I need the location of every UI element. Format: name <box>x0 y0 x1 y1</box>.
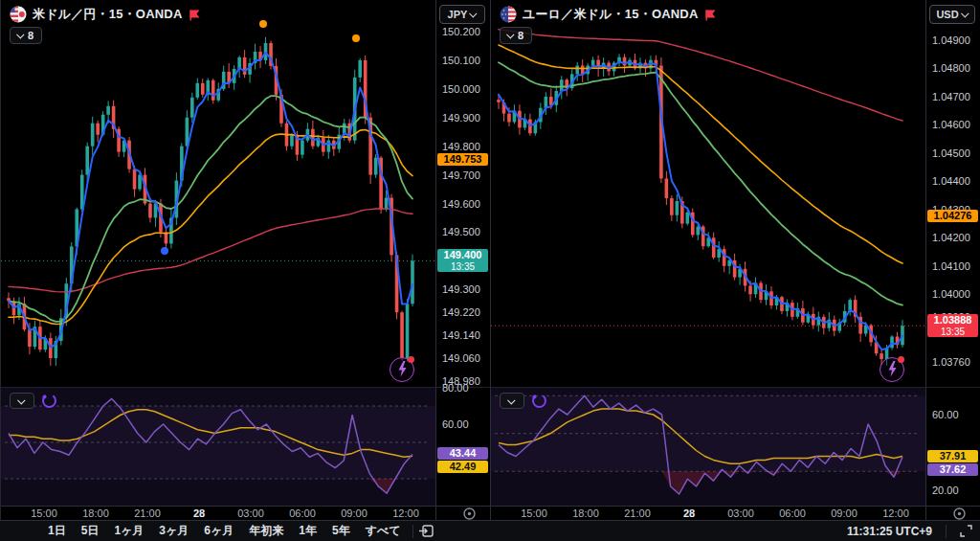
indicator-badge: 42.49 <box>437 461 488 473</box>
indicator-collapse-button[interactable] <box>500 393 524 409</box>
time-label: 28 <box>683 507 695 519</box>
legend-collapse-button[interactable]: 8 <box>500 27 532 44</box>
price-label: 1.04700 <box>932 91 970 102</box>
time-label: 06:00 <box>289 507 316 519</box>
price-label: 149.060 <box>442 352 480 364</box>
price-label: 1.04600 <box>932 119 970 130</box>
legend-count: 8 <box>28 30 33 41</box>
pane-separator[interactable] <box>491 387 980 388</box>
chevron-down-icon <box>469 10 477 17</box>
price-label: 149.220 <box>442 306 480 318</box>
price-axis-border <box>435 0 436 520</box>
price-chart-canvas[interactable] <box>491 0 925 388</box>
notification-dot <box>408 356 414 363</box>
indicator-canvas[interactable] <box>1 388 435 506</box>
indicator-logo-icon <box>41 393 57 409</box>
time-axis-separator <box>1 506 490 507</box>
clock: 11:31:25 UTC+9 <box>847 525 932 538</box>
scroll-to-realtime-icon[interactable] <box>462 507 477 520</box>
price-label: 149.140 <box>442 329 480 341</box>
chart-panel-eurusd: 1.049001.048001.047001.046001.045001.044… <box>490 0 980 520</box>
toolbar-right: 11:31:25 UTC+9 <box>847 525 980 538</box>
range-button-3[interactable]: 1ヶ月 <box>108 521 149 541</box>
indicator-pane[interactable] <box>491 388 925 506</box>
time-label: 28 <box>193 507 205 519</box>
scroll-to-realtime-icon[interactable] <box>952 507 967 520</box>
fullscreen-button[interactable] <box>960 525 972 537</box>
currency-label: JPY <box>448 9 468 20</box>
indicator-label: 60.00 <box>932 409 959 420</box>
legend-count: 8 <box>518 30 523 41</box>
indicator-collapse-button[interactable] <box>10 393 34 409</box>
currency-toggle-button[interactable]: USD <box>929 5 975 24</box>
price-chart-canvas[interactable] <box>1 0 435 388</box>
price-label: 1.04400 <box>932 175 970 187</box>
price-label: 149.700 <box>442 169 480 181</box>
range-button-6[interactable]: 年初来 <box>243 521 289 541</box>
toolbar-divider <box>412 525 413 538</box>
time-label: 21:00 <box>624 507 651 519</box>
range-button-1[interactable]: 1日 <box>42 521 72 541</box>
indicator-badge: 37.62 <box>927 463 978 476</box>
price-badge: 1.04276 <box>927 210 978 222</box>
chevron-down-icon <box>17 396 25 404</box>
range-button-4[interactable]: 3ヶ月 <box>153 521 194 541</box>
indicator-badge: 43.44 <box>437 447 488 460</box>
badge-time: 13:35 <box>437 261 488 272</box>
badge-time: 13:35 <box>927 327 978 337</box>
time-label: 18:00 <box>572 507 599 519</box>
chevron-down-icon <box>507 396 515 404</box>
price-badge: 1.0388813:35 <box>927 314 978 337</box>
price-label: 149.800 <box>442 141 480 152</box>
symbol-header: 米ドル／円・15・OANDA <box>10 5 201 24</box>
time-label: 03:00 <box>727 507 754 519</box>
notification-dot <box>898 356 904 363</box>
time-axis-separator <box>491 506 980 507</box>
price-label: 1.03760 <box>932 356 970 368</box>
range-button-8[interactable]: 5年 <box>326 521 356 541</box>
time-label: 15:00 <box>521 507 547 519</box>
price-label: 1.04100 <box>932 260 970 272</box>
indicator-label: 20.00 <box>932 485 959 496</box>
price-axis-border <box>925 0 926 520</box>
indicator-pane[interactable] <box>1 388 435 506</box>
price-label: 150.200 <box>442 26 480 37</box>
price-label: 148.980 <box>442 375 480 387</box>
pane-separator[interactable] <box>1 387 490 388</box>
price-label: 1.04300 <box>932 204 970 215</box>
time-label: 21:00 <box>134 507 161 519</box>
go-to-date-button[interactable] <box>419 524 434 538</box>
indicator-canvas[interactable] <box>491 388 925 506</box>
symbol-header: ユーロ／米ドル・15・OANDA <box>500 5 717 24</box>
price-label: 1.04000 <box>932 288 970 300</box>
pair-flag-icon-eurusd <box>500 6 517 23</box>
indicator-label: 60.00 <box>442 418 469 430</box>
fullscreen-icon <box>960 525 972 537</box>
symbol-title: ユーロ／米ドル・15・OANDA <box>523 6 699 23</box>
price-label: 149.600 <box>442 198 480 210</box>
price-badge: 149.753 <box>437 153 488 166</box>
time-label: 12:00 <box>392 507 419 519</box>
range-button-2[interactable]: 5日 <box>76 521 105 541</box>
flagged-icon[interactable] <box>704 9 717 21</box>
price-label: 149.500 <box>442 226 480 237</box>
go-to-date-icon <box>419 524 434 538</box>
price-label: 149.900 <box>442 112 480 124</box>
indicator-label: 80.00 <box>442 382 469 394</box>
trade-lightning-button[interactable] <box>880 357 904 382</box>
time-label: 18:00 <box>82 507 109 519</box>
time-label: 09:00 <box>831 507 858 519</box>
legend-collapse-button[interactable]: 8 <box>10 27 42 44</box>
price-label: 1.03920 <box>932 311 970 323</box>
price-label: 150.100 <box>442 55 480 66</box>
currency-toggle-button[interactable]: JPY <box>439 5 485 24</box>
range-button-7[interactable]: 1年 <box>293 521 323 541</box>
trade-lightning-button[interactable] <box>390 357 414 382</box>
range-button-5[interactable]: 6ヶ月 <box>198 521 239 541</box>
chevron-down-icon <box>506 31 514 38</box>
range-button-9[interactable]: すべて <box>360 521 407 541</box>
flagged-icon[interactable] <box>189 9 201 21</box>
indicator-badge: 37.91 <box>927 450 978 462</box>
currency-label: USD <box>936 9 958 20</box>
chevron-down-icon <box>961 10 969 17</box>
